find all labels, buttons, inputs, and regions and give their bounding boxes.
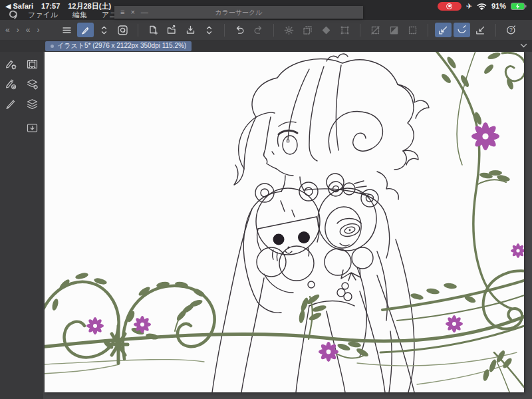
battery-charging-icon <box>511 3 527 10</box>
document-tab[interactable]: イラスト5* (2976 x 2122px 350dpi 115.2%) <box>45 41 192 51</box>
tool-pen-gear-icon[interactable] <box>2 55 19 72</box>
new-canvas-button[interactable] <box>145 23 162 37</box>
layer-property-icon[interactable] <box>23 75 41 92</box>
dock-collapse-left2-icon[interactable]: « <box>26 25 31 35</box>
screen-recording-indicator-icon[interactable] <box>438 2 462 11</box>
snap-to-special-ruler-button[interactable] <box>472 23 489 37</box>
save-options-chevrons-button[interactable] <box>201 23 217 37</box>
tool-switch-chevrons-button[interactable] <box>96 23 112 37</box>
palette-dock-arrows: « › « › <box>0 25 59 35</box>
transform-frame-button[interactable] <box>336 23 353 37</box>
deselect-button[interactable] <box>367 23 384 37</box>
dock-expand-left2-icon[interactable]: › <box>37 25 39 35</box>
import-folder-icon[interactable] <box>23 119 41 136</box>
svg-text:?: ? <box>509 27 513 33</box>
help-button[interactable]: ? <box>503 23 519 37</box>
open-file-button[interactable] <box>164 23 180 37</box>
menu-file[interactable]: ファイル <box>28 10 58 20</box>
command-bar: « › « › <box>0 20 532 41</box>
wifi-icon <box>477 3 487 10</box>
undo-button[interactable] <box>231 23 248 37</box>
tab-list-chevron-icon[interactable] <box>520 43 527 48</box>
layers-icon[interactable] <box>23 95 41 112</box>
subtool-pen-icon[interactable] <box>2 75 19 92</box>
airplane-icon: ✈ <box>466 2 472 11</box>
snap-to-curve-ruler-button[interactable] <box>454 23 470 37</box>
status-time: 17:57 <box>41 2 60 10</box>
palette-sidebar <box>0 52 43 399</box>
clip-studio-paint-window: ◀ Safari 17:57 12月28日(土) ✈ 91% <box>0 0 532 399</box>
dock-expand-left-icon[interactable]: › <box>17 25 19 35</box>
back-triangle-icon: ◀ <box>5 2 11 10</box>
canvas-viewport <box>43 52 532 399</box>
invert-selection-button[interactable] <box>386 23 402 37</box>
artwork-illustration <box>45 52 524 392</box>
main-menu-button[interactable] <box>59 23 75 37</box>
brush-pencil-icon[interactable] <box>2 95 19 112</box>
palette-title: カラーサークル <box>114 8 363 17</box>
document-tab-label: イラスト5* (2976 x 2122px 350dpi 115.2%) <box>57 41 186 51</box>
filter-sparkle-button[interactable] <box>281 23 297 37</box>
color-circle-palette-titlebar[interactable]: ≡ × — カラーサークル <box>114 6 363 19</box>
clip-studio-button[interactable] <box>114 23 131 37</box>
document-tab-bar: イラスト5* (2976 x 2122px 350dpi 115.2%) <box>0 40 532 52</box>
menu-edit[interactable]: 編集 <box>72 10 87 20</box>
dock-collapse-left-icon[interactable]: « <box>5 25 10 35</box>
fill-diamond-button[interactable] <box>318 23 334 37</box>
tab-modified-dot-icon <box>51 45 54 48</box>
selection-border-button[interactable] <box>404 23 421 37</box>
pen-edit-tool-button[interactable] <box>77 23 94 37</box>
redo-button[interactable] <box>250 23 267 37</box>
canvas[interactable] <box>45 52 524 392</box>
timeline-film-icon[interactable] <box>23 55 41 72</box>
selection-stack-button[interactable] <box>299 23 316 37</box>
snap-to-ruler-button[interactable] <box>435 23 452 37</box>
battery-percent: 91% <box>491 2 506 10</box>
save-button[interactable] <box>182 23 199 37</box>
